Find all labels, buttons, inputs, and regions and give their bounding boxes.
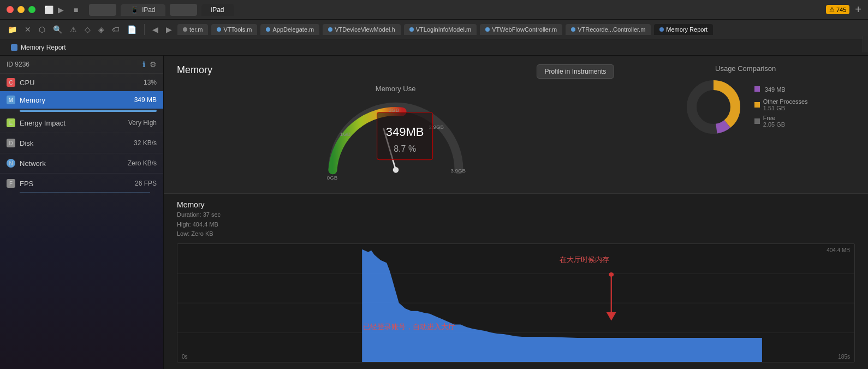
separator [0, 153, 163, 153]
memory-panel-title: Memory [177, 64, 212, 76]
tab-memory-label: Memory Report [666, 26, 708, 33]
donut-container [683, 77, 744, 137]
titlebar-right: ⚠ 745 + [826, 3, 861, 16]
this-app-label: 349 MB [765, 86, 786, 93]
memory-panel: Memory Profile in Instruments Memory Use [164, 56, 868, 194]
label-icon[interactable]: 🏷 [110, 24, 122, 35]
energy-icon: E [7, 118, 15, 127]
memory-report-tab[interactable]: Memory Report [5, 41, 72, 53]
warning-badge: ⚠ 745 [826, 5, 849, 14]
memory-value: 349 MB [134, 96, 157, 104]
device-tab-2[interactable]: iPad [201, 4, 234, 16]
tab-memory-report[interactable]: Memory Report [654, 24, 713, 35]
diamond-icon[interactable]: ◇ [82, 24, 93, 35]
free-dot [754, 118, 760, 124]
gauge-mb-number: 349 [386, 125, 406, 139]
tab-vtlogin-label: VTLoginInfoModel.m [416, 26, 472, 33]
tab-ter-m[interactable]: ter.m [177, 24, 208, 35]
pin-icon[interactable]: ◈ [96, 24, 106, 35]
free-value: 2.05 GB [763, 121, 785, 128]
back-icon[interactable]: ◀ [150, 24, 160, 35]
network-label: Network [20, 159, 128, 168]
tab-dot [183, 27, 187, 32]
cpu-value: 13% [144, 79, 157, 86]
structure-icon[interactable]: ⬡ [37, 24, 47, 35]
legend-other-processes: Other Processes 1.51 GB [754, 98, 808, 111]
svg-text:1GB: 1GB [340, 131, 350, 137]
graph-panel: Memory Duration: 37 sec High: 404.4 MB L… [164, 194, 868, 369]
usage-legend: 349 MB Other Processes 1.51 GB [754, 86, 808, 128]
sidebar-item-disk[interactable]: D Disk 32 KB/s [0, 134, 163, 152]
tab-vttools[interactable]: VTTools.m [211, 24, 257, 35]
free-label: Free [763, 115, 785, 121]
graph-y-label: 404.4 MB [827, 247, 850, 253]
device-tab-1[interactable]: 📱 iPad [121, 4, 165, 16]
sidebar-item-memory[interactable]: M Memory 349 MB [0, 91, 163, 109]
network-icon: N [7, 159, 15, 168]
stop-icon[interactable]: ■ [72, 4, 80, 15]
device-tab-1-label: iPad [142, 6, 155, 14]
separator [144, 24, 145, 35]
network-value: Zero KB/s [128, 159, 157, 167]
gauge-mb-unit: MB [406, 125, 424, 139]
tab-dot [659, 27, 664, 32]
tab-vtrecord-label: VTRecorde...Controller.m [578, 26, 645, 33]
annotation-text-2: 已经登录账号，自动进入大厅 [363, 322, 455, 332]
graph-stats: Duration: 37 sec High: 404.4 MB Low: Zer… [177, 210, 221, 239]
settings-icon[interactable]: ⚙ [150, 60, 157, 69]
tab-vtweb[interactable]: VTWebFlowController.m [480, 24, 562, 35]
warning-icon[interactable]: ⚠ [68, 24, 79, 35]
minimize-button[interactable] [17, 6, 25, 13]
maximize-button[interactable] [28, 6, 35, 13]
legend-free: Free 2.05 GB [754, 115, 808, 128]
sidebar-item-energy[interactable]: E Energy Impact Very High [0, 114, 163, 132]
main-content: ID 9236 ℹ ⚙ C CPU 13% M Memory 349 MB E … [0, 56, 868, 369]
add-button[interactable]: + [855, 3, 861, 16]
warning-icon: ⚠ [829, 6, 835, 13]
separator [0, 173, 163, 174]
tab-vtlogin[interactable]: VTLoginInfoModel.m [404, 24, 477, 35]
folder-icon[interactable]: 📁 [5, 24, 19, 35]
close-button[interactable] [7, 6, 14, 13]
sidebar-header: ID 9236 ℹ ⚙ [0, 56, 163, 74]
gauge-pct-unit: % [406, 144, 416, 153]
header-top-row: Memory Profile in Instruments [177, 64, 614, 85]
memory-report-toolbar: Memory Report [0, 39, 868, 56]
sidebar-item-cpu[interactable]: C CPU 13% [0, 74, 163, 91]
fps-icon: F [7, 179, 15, 188]
sidebar-toggle-icon[interactable]: ⬜ [42, 4, 56, 15]
disk-value: 32 KB/s [134, 139, 157, 147]
tab-appdelegate[interactable]: AppDelegate.m [260, 24, 319, 35]
warning-count: 745 [836, 7, 846, 13]
forward-icon[interactable]: ▶ [164, 24, 174, 35]
gauge-mb-value: 349MB [386, 117, 424, 140]
memory-report-tab-label: Memory Report [21, 44, 66, 51]
memory-icon: M [7, 96, 15, 104]
tab-vtweb-label: VTWebFlowController.m [492, 26, 557, 33]
tab-dot [485, 27, 490, 32]
doc-icon[interactable]: 📄 [125, 24, 139, 35]
sidebar: ID 9236 ℹ ⚙ C CPU 13% M Memory 349 MB E … [0, 56, 164, 369]
graph-area: 404.4 MB 0s 185s [177, 243, 855, 362]
search-icon[interactable]: 🔍 [51, 24, 64, 35]
other-label: Other Processes [763, 98, 808, 105]
tab-vtdevice[interactable]: VTDeviceViewModel.h [323, 24, 400, 35]
sidebar-item-network[interactable]: N Network Zero KB/s [0, 154, 163, 172]
gauge-value-box: 349MB 8.7 % [377, 112, 433, 160]
donut-svg [683, 77, 744, 137]
svg-point-18 [609, 272, 614, 277]
graph-title: Memory [177, 200, 221, 209]
close-icon[interactable]: ✕ [22, 24, 33, 35]
svg-text:0GB: 0GB [326, 175, 337, 181]
play-icon[interactable]: ▶ [56, 4, 66, 15]
legend-other-text: Other Processes 1.51 GB [763, 98, 808, 111]
memory-panel-left: Memory Profile in Instruments Memory Use [177, 64, 614, 184]
energy-value: Very High [128, 119, 157, 127]
usage-comparison-section: Usage Comparison [636, 64, 855, 137]
device-preview-2 [170, 4, 197, 16]
sidebar-item-fps[interactable]: F FPS 26 FPS [0, 175, 163, 192]
profile-instruments-button[interactable]: Profile in Instruments [537, 64, 615, 79]
info-icon[interactable]: ℹ [142, 60, 145, 69]
collapse-handle[interactable] [863, 36, 868, 52]
tab-vtrecord[interactable]: VTRecorde...Controller.m [566, 24, 651, 35]
